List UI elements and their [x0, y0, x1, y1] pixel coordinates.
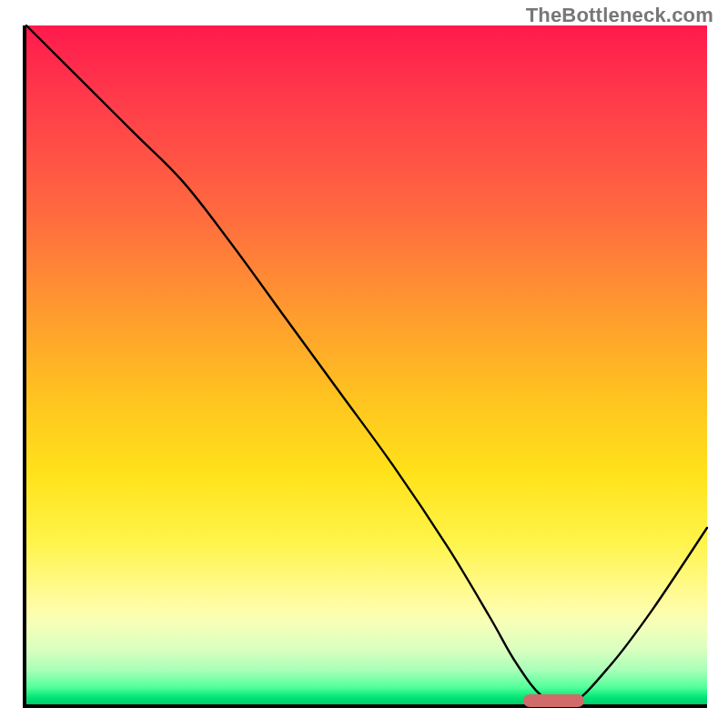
watermark-text: TheBottleneck.com: [526, 4, 713, 27]
bottleneck-curve: [26, 25, 707, 704]
optimal-point-marker: [523, 694, 584, 707]
chart-plot-area: [23, 25, 707, 708]
